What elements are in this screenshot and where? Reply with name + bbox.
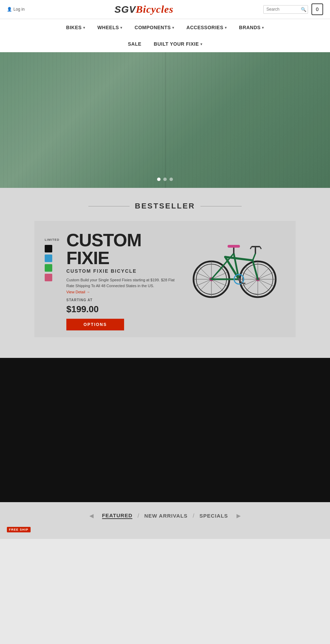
svg-rect-34 (241, 283, 245, 284)
tab-new-arrivals-label: NEW ARRIVALS (144, 513, 188, 519)
view-detail-link[interactable]: View Detail → (66, 290, 175, 294)
product-subtitle: CUSTOM FIXIE BICYCLE (66, 268, 175, 274)
nav-row-2: SALE BUILT YOUR FIXIE ▾ (0, 36, 330, 52)
chevron-left-icon: ◀ (89, 512, 94, 519)
hero-center-line (165, 52, 166, 188)
search-input[interactable] (266, 7, 301, 12)
cart-count: 0 (316, 7, 319, 12)
chevron-down-icon: ▾ (172, 26, 174, 30)
product-price: $199.00 (66, 304, 175, 315)
main-nav: BIKES ▾ WHEELS ▾ COMPONENTS ▾ ACCESSORIE… (0, 19, 330, 52)
featured-tabs: ◀ FEATURED / NEW ARRIVALS / SPECIALS ▶ (7, 512, 323, 519)
options-button[interactable]: OPTIONS (66, 319, 124, 330)
tab-divider-2: / (193, 513, 194, 519)
bestseller-section: BESTSELLER LIMITED CUSTOM FIXIE CUSTOM F… (0, 188, 330, 358)
nav-item-build[interactable]: BUILT YOUR FIXIE ▾ (147, 38, 208, 49)
header-right: 🔍 0 (263, 3, 323, 15)
nav-item-wheels[interactable]: WHEELS ▾ (91, 22, 128, 33)
search-bar[interactable]: 🔍 (263, 5, 308, 14)
limited-label: LIMITED (45, 238, 59, 241)
product-card: LIMITED CUSTOM FIXIE CUSTOM FIXIE BICYCL… (34, 221, 296, 337)
nav-label-components: COMPONENTS (135, 25, 171, 30)
dark-promo-section (0, 358, 330, 502)
chevron-down-icon: ▾ (120, 26, 122, 30)
slider-dot-3[interactable] (169, 178, 173, 181)
hero-slider (0, 52, 330, 188)
slider-dot-2[interactable] (163, 178, 167, 181)
swatch-green[interactable] (45, 264, 52, 272)
product-info: CUSTOM FIXIE CUSTOM FIXIE BICYCLE Custom… (66, 228, 175, 330)
nav-item-sale[interactable]: SALE (122, 38, 147, 49)
tab-specials[interactable]: SPECIALS (199, 513, 228, 519)
nav-item-accessories[interactable]: ACCESSORIES ▾ (180, 22, 233, 33)
tab-featured-label: FEATURED (102, 512, 133, 518)
tab-new-arrivals[interactable]: NEW ARRIVALS (144, 513, 188, 519)
user-icon: 👤 (7, 7, 12, 12)
section-title-text: BESTSELLER (135, 202, 195, 211)
login-link[interactable]: 👤 Log in (7, 7, 25, 12)
header: 👤 Log in SGVBicycles 🔍 0 (0, 0, 330, 19)
nav-label-build: BUILT YOUR FIXIE (154, 41, 199, 47)
product-title: CUSTOM FIXIE (66, 231, 175, 267)
logo-sgv: SGV (114, 4, 136, 15)
tab-divider-1: / (138, 513, 139, 519)
featured-section: ◀ FEATURED / NEW ARRIVALS / SPECIALS ▶ F… (0, 502, 330, 539)
nav-label-brands: BRANDS (239, 25, 261, 30)
tab-prev-arrow[interactable]: ◀ (89, 512, 94, 519)
login-text: Log in (13, 7, 25, 12)
bike-image (182, 228, 285, 303)
starting-at-label: STARTING AT (66, 298, 175, 302)
search-icon[interactable]: 🔍 (301, 7, 306, 12)
nav-label-accessories: ACCESSORIES (186, 25, 223, 30)
chevron-down-icon: ▾ (200, 42, 202, 46)
chevron-down-icon: ▾ (83, 26, 85, 30)
swatch-blue[interactable] (45, 255, 52, 262)
tab-featured[interactable]: FEATURED (102, 512, 133, 519)
tab-next-arrow[interactable]: ▶ (236, 512, 241, 519)
nav-row-1: BIKES ▾ WHEELS ▾ COMPONENTS ▾ ACCESSORIE… (0, 19, 330, 36)
slider-dots (157, 178, 173, 181)
svg-line-30 (260, 247, 261, 249)
nav-label-wheels: WHEELS (97, 25, 119, 30)
product-description: Custom Build your Single Speed Fixies st… (66, 277, 175, 289)
cart-button[interactable]: 0 (311, 3, 323, 15)
product-title-line2: FIXIE (66, 248, 109, 268)
chevron-right-icon: ▶ (236, 512, 241, 519)
logo-text: SGVBicycles (25, 3, 263, 15)
site-logo[interactable]: SGVBicycles (25, 3, 263, 15)
nav-item-components[interactable]: COMPONENTS ▾ (129, 22, 180, 33)
nav-label-sale: SALE (128, 41, 141, 47)
chevron-down-icon: ▾ (262, 26, 264, 30)
slider-dot-1[interactable] (157, 178, 161, 181)
svg-line-24 (253, 253, 255, 260)
svg-rect-26 (228, 245, 240, 248)
bike-svg (186, 231, 282, 300)
nav-item-brands[interactable]: BRANDS ▾ (233, 22, 270, 33)
logo-bicycles: Bicycles (136, 3, 174, 15)
product-title-line1: CUSTOM (66, 230, 141, 250)
color-swatches: LIMITED (45, 228, 59, 281)
swatch-pink[interactable] (45, 274, 52, 281)
svg-line-29 (250, 247, 252, 249)
svg-line-23 (253, 260, 258, 279)
swatch-black[interactable] (45, 245, 52, 252)
free-ship-badge: FREE SHIP (7, 527, 31, 532)
nav-label-bikes: BIKES (66, 25, 81, 30)
section-title: BESTSELLER (7, 202, 323, 211)
chevron-down-icon: ▾ (225, 26, 227, 30)
tab-specials-label: SPECIALS (199, 513, 228, 519)
nav-item-bikes[interactable]: BIKES ▾ (60, 22, 91, 33)
